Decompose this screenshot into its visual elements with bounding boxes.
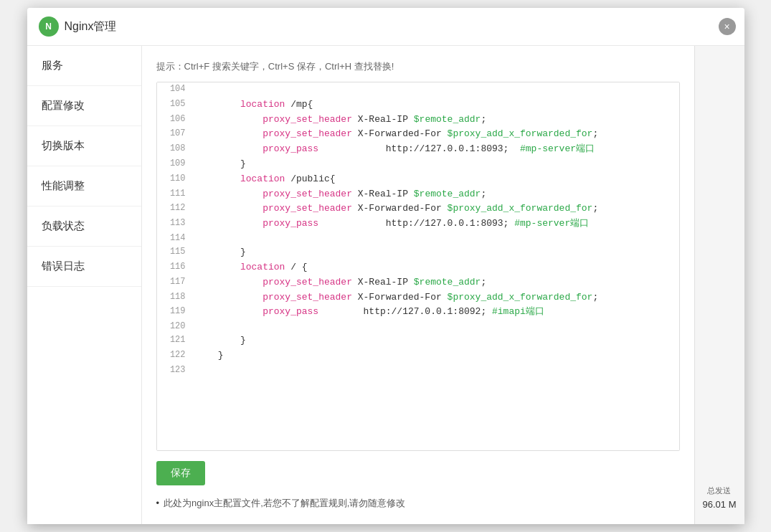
line-number: 122 <box>157 348 193 364</box>
sidebar-item-error[interactable]: 错误日志 <box>27 247 141 287</box>
line-code <box>193 82 679 98</box>
sidebar-item-load[interactable]: 负载状态 <box>27 206 141 247</box>
notice-item: • 此处为nginx主配置文件,若您不了解配置规则,请勿随意修改 <box>156 497 680 510</box>
modal-title: Nginx管理 <box>65 19 117 34</box>
line-code: proxy_set_header X-Real-IP $remote_addr; <box>193 187 679 202</box>
table-row: 108 proxy_pass http://127.0.0.1:8093; #m… <box>157 142 679 157</box>
line-number: 108 <box>157 142 193 157</box>
table-row: 115 } <box>157 245 679 260</box>
table-row: 106 proxy_set_header X-Real-IP $remote_a… <box>157 113 679 128</box>
line-number: 104 <box>157 82 193 98</box>
line-code: proxy_pass http://127.0.0.1:8093; #mp-se… <box>193 217 679 232</box>
line-code <box>193 232 679 245</box>
save-button[interactable]: 保存 <box>156 461 205 485</box>
line-number: 111 <box>157 187 193 202</box>
right-stat-value: 96.01 M <box>703 499 737 510</box>
line-code: } <box>193 245 679 260</box>
close-button[interactable]: × <box>719 18 736 35</box>
sidebar: 服务 配置修改 切换版本 性能调整 负载状态 错误日志 <box>27 46 142 524</box>
line-number: 116 <box>157 260 193 275</box>
line-number: 121 <box>157 333 193 348</box>
line-code: } <box>193 348 679 364</box>
line-number: 118 <box>157 290 193 305</box>
line-number: 114 <box>157 232 193 245</box>
line-number: 106 <box>157 113 193 128</box>
line-number: 115 <box>157 245 193 260</box>
table-row: 121 } <box>157 333 679 348</box>
modal-header: N Nginx管理 × <box>27 8 744 46</box>
right-panel: 总发送 96.01 M <box>694 46 744 524</box>
line-number: 119 <box>157 305 193 320</box>
table-row: 105 location /mp{ <box>157 98 679 113</box>
notice-area: • 此处为nginx主配置文件,若您不了解配置规则,请勿随意修改 <box>156 497 680 510</box>
line-number: 109 <box>157 157 193 172</box>
right-stat: 总发送 96.01 M <box>703 485 737 524</box>
line-number: 117 <box>157 275 193 290</box>
sidebar-item-perf[interactable]: 性能调整 <box>27 166 141 206</box>
modal-window: N Nginx管理 × 服务 配置修改 切换版本 性能调整 负载状态 错误日志 <box>27 8 744 524</box>
line-number: 113 <box>157 217 193 232</box>
line-code: } <box>193 333 679 348</box>
sidebar-item-services[interactable]: 服务 <box>27 46 141 86</box>
table-row: 114 <box>157 232 679 245</box>
code-content[interactable]: 104 105 location /mp{106 proxy_set_heade… <box>157 82 679 450</box>
line-code: proxy_set_header X-Real-IP $remote_addr; <box>193 113 679 128</box>
line-code: location / { <box>193 260 679 275</box>
line-number: 107 <box>157 127 193 142</box>
line-number: 105 <box>157 98 193 113</box>
table-row: 118 proxy_set_header X-Forwarded-For $pr… <box>157 290 679 305</box>
line-code: proxy_set_header X-Forwarded-For $proxy_… <box>193 201 679 217</box>
line-code <box>193 364 679 377</box>
line-number: 110 <box>157 172 193 187</box>
table-row: 109 } <box>157 157 679 172</box>
table-row: 122 } <box>157 348 679 364</box>
line-number: 123 <box>157 364 193 377</box>
action-area: 保存 <box>156 461 680 485</box>
line-code: location /public{ <box>193 172 679 187</box>
sidebar-item-config[interactable]: 配置修改 <box>27 86 141 126</box>
table-row: 116 location / { <box>157 260 679 275</box>
modal-body: 服务 配置修改 切换版本 性能调整 负载状态 错误日志 提示：Ctrl+F 搜索… <box>27 46 744 524</box>
content-area: 提示：Ctrl+F 搜索关键字，Ctrl+S 保存，Ctrl+H 查找替换! 1… <box>142 46 694 524</box>
line-number: 112 <box>157 201 193 217</box>
line-number: 120 <box>157 320 193 333</box>
table-row: 117 proxy_set_header X-Real-IP $remote_a… <box>157 275 679 290</box>
logo-icon: N <box>39 16 59 37</box>
table-row: 107 proxy_set_header X-Forwarded-For $pr… <box>157 127 679 142</box>
sidebar-item-version[interactable]: 切换版本 <box>27 126 141 166</box>
table-row: 113 proxy_pass http://127.0.0.1:8093; #m… <box>157 217 679 232</box>
line-code: proxy_pass http://127.0.0.1:8092; #imapi… <box>193 305 679 320</box>
line-code: proxy_set_header X-Forwarded-For $proxy_… <box>193 127 679 142</box>
right-stat-label: 总发送 <box>703 485 737 496</box>
line-code: proxy_set_header X-Real-IP $remote_addr; <box>193 275 679 290</box>
table-row: 112 proxy_set_header X-Forwarded-For $pr… <box>157 201 679 217</box>
notice-text: 此处为nginx主配置文件,若您不了解配置规则,请勿随意修改 <box>164 497 405 510</box>
line-code: proxy_set_header X-Forwarded-For $proxy_… <box>193 290 679 305</box>
code-editor[interactable]: 104 105 location /mp{106 proxy_set_heade… <box>156 82 680 451</box>
table-row: 111 proxy_set_header X-Real-IP $remote_a… <box>157 187 679 202</box>
notice-bullet: • <box>156 498 160 508</box>
hint-bar: 提示：Ctrl+F 搜索关键字，Ctrl+S 保存，Ctrl+H 查找替换! <box>156 60 680 73</box>
line-code: location /mp{ <box>193 98 679 113</box>
table-row: 110 location /public{ <box>157 172 679 187</box>
table-row: 119 proxy_pass http://127.0.0.1:8092; #i… <box>157 305 679 320</box>
table-row: 123 <box>157 364 679 377</box>
line-code <box>193 320 679 333</box>
line-code: } <box>193 157 679 172</box>
line-code: proxy_pass http://127.0.0.1:8093; #mp-se… <box>193 142 679 157</box>
table-row: 104 <box>157 82 679 98</box>
table-row: 120 <box>157 320 679 333</box>
